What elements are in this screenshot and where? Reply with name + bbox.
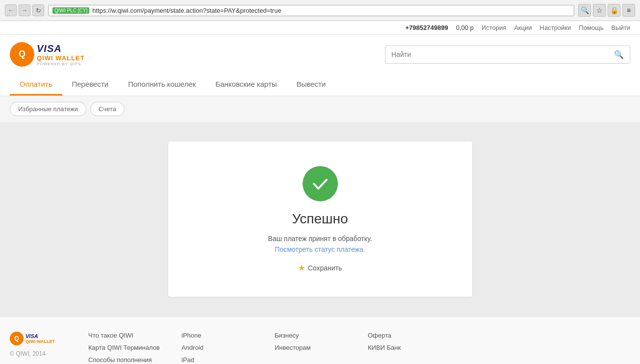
browser-chrome: ← → ↻ QIWI PLC [CY] https://w.qiwi.com/p… (0, 0, 640, 21)
success-title: Успешно (207, 211, 433, 227)
back-button[interactable]: ← (5, 4, 17, 16)
extension-icon[interactable]: 🔒 (608, 4, 620, 17)
powered-text: POWERED BY QIPS (37, 62, 85, 66)
header-top: Q VISA QIWI WALLET POWERED BY QIPS 🔍 (10, 42, 630, 67)
footer-link-oferta[interactable]: Оферта (368, 332, 441, 339)
footer-col-3: Бизнесу Инвесторам (275, 332, 348, 351)
footer-qiwi: QIWI WALLET (26, 339, 55, 344)
promotions-link[interactable]: Акции (514, 24, 532, 31)
tab-vivesti[interactable]: Вывести (287, 74, 336, 96)
footer-link-what-is-qiwi[interactable]: Что такое QIWI (88, 332, 162, 339)
tab-oplata[interactable]: Оплатить (10, 74, 62, 96)
footer-link-iphone[interactable]: iPhone (181, 332, 255, 339)
logo-area[interactable]: Q VISA QIWI WALLET POWERED BY QIPS (10, 42, 85, 67)
footer-col-4: Оферта КИВИ Банк (368, 332, 441, 351)
svg-text:Q: Q (19, 49, 26, 59)
footer: Q VISA QIWI WALLET © QIWI, 2014 Что тако… (0, 316, 640, 364)
sub-tab-invoices[interactable]: Счета (90, 102, 125, 116)
browser-actions: 🔍 ☆ 🔒 ≡ (578, 4, 635, 17)
star-icon: ★ (298, 263, 305, 272)
search-bar[interactable]: 🔍 (385, 46, 630, 64)
footer-link-android[interactable]: Android (181, 344, 255, 351)
reload-button[interactable]: ↻ (32, 4, 44, 16)
success-message: Ваш платеж принят в обработку. (207, 235, 433, 243)
footer-link-terminals[interactable]: Карта QIWI Терминалов (88, 344, 162, 351)
top-header-bar: +79852749899 0,00 р История Акции Настро… (0, 21, 640, 35)
save-label: Сохранить (308, 264, 342, 272)
logo-text: VISA QIWI WALLET POWERED BY QIPS (37, 43, 85, 66)
footer-inner: Q VISA QIWI WALLET © QIWI, 2014 Что тако… (10, 332, 630, 364)
visa-text: VISA (37, 43, 85, 54)
logout-link[interactable]: Выйти (612, 24, 631, 31)
search-icon[interactable]: 🔍 (578, 4, 591, 17)
nav-buttons[interactable]: ← → ↻ (5, 4, 44, 16)
url-text: https://w.qiwi.com/payment/state.action?… (92, 7, 281, 14)
footer-link-business[interactable]: Бизнесу (275, 332, 348, 339)
tab-bank-cards[interactable]: Банковские карты (205, 74, 286, 96)
footer-col-1: Что такое QIWI Карта QIWI Терминалов Спо… (88, 332, 162, 364)
sub-tabs: Избранные платежи Счета (0, 96, 640, 122)
logo-circle: Q (10, 42, 34, 67)
help-link[interactable]: Помощь (579, 24, 603, 31)
user-phone: +79852749899 (406, 24, 448, 31)
history-link[interactable]: История (482, 24, 506, 31)
footer-logo: Q VISA QIWI WALLET © QIWI, 2014 (10, 332, 69, 357)
success-card: Успешно Ваш платеж принят в обработку. П… (168, 142, 472, 297)
user-balance: 0,00 р (456, 24, 474, 31)
bookmark-icon[interactable]: ☆ (593, 4, 606, 17)
tab-perevesti[interactable]: Перевести (62, 74, 119, 96)
ssl-badge: QIWI PLC [CY] (52, 7, 89, 14)
search-input[interactable] (385, 47, 608, 62)
footer-logo-circle: Q (10, 332, 24, 345)
tab-popolnit[interactable]: Пополнить кошелек (118, 74, 205, 96)
footer-col-2: iPhone Android iPad Windows Phone Другие… (181, 332, 255, 364)
success-icon (303, 166, 338, 201)
qiwi-wallet-text: QIWI WALLET (37, 54, 85, 62)
footer-copyright: © QIWI, 2014 (10, 350, 69, 357)
footer-link-topup-methods[interactable]: Способы пополнения (88, 356, 162, 364)
top-header-right: +79852749899 0,00 р История Акции Настро… (406, 24, 631, 31)
menu-icon[interactable]: ≡ (622, 4, 635, 17)
logo-image: Q VISA QIWI WALLET POWERED BY QIPS (10, 42, 85, 67)
settings-link[interactable]: Настройки (540, 24, 571, 31)
forward-button[interactable]: → (19, 4, 30, 16)
footer-link-ipad[interactable]: iPad (181, 356, 255, 364)
search-button[interactable]: 🔍 (608, 46, 630, 63)
sub-tab-favorites[interactable]: Избранные платежи (10, 102, 86, 116)
status-link[interactable]: Посмотреть статус платежа. (275, 245, 365, 253)
main-content: Успешно Ваш платеж принят в обработку. П… (0, 122, 640, 316)
main-header: Q VISA QIWI WALLET POWERED BY QIPS 🔍 Опл… (0, 35, 640, 96)
save-button[interactable]: ★ Сохранить (207, 263, 433, 272)
footer-logo-text-area: VISA QIWI WALLET (26, 333, 55, 344)
address-bar[interactable]: QIWI PLC [CY] https://w.qiwi.com/payment… (48, 5, 574, 16)
footer-visa: VISA (26, 333, 55, 339)
footer-link-investors[interactable]: Инвесторам (275, 344, 348, 351)
nav-tabs: Оплатить Перевести Пополнить кошелек Бан… (10, 74, 630, 96)
footer-link-qiwi-bank[interactable]: КИВИ Банк (368, 344, 441, 351)
footer-logo-small: Q VISA QIWI WALLET (10, 332, 69, 345)
